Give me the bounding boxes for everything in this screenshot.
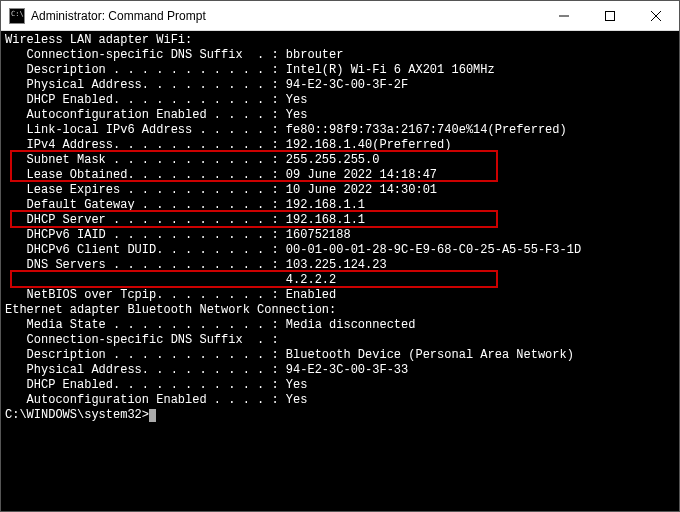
terminal-line: DHCPv6 Client DUID. . . . . . . . : 00-0…: [5, 243, 675, 258]
section-header: Ethernet adapter Bluetooth Network Conne…: [5, 303, 675, 318]
svg-rect-1: [606, 11, 615, 20]
titlebar[interactable]: Administrator: Command Prompt: [1, 1, 679, 31]
terminal-line: DNS Servers . . . . . . . . . . . : 103.…: [5, 258, 675, 273]
section-header: Wireless LAN adapter WiFi:: [5, 33, 675, 48]
terminal-line: DHCP Enabled. . . . . . . . . . . : Yes: [5, 93, 675, 108]
cursor: [149, 409, 156, 422]
prompt-text: C:\WINDOWS\system32>: [5, 408, 149, 423]
terminal-line: Physical Address. . . . . . . . . : 94-E…: [5, 78, 675, 93]
terminal-line: Description . . . . . . . . . . . : Blue…: [5, 348, 675, 363]
terminal-line: Autoconfiguration Enabled . . . . : Yes: [5, 108, 675, 123]
maximize-button[interactable]: [587, 1, 633, 31]
terminal-line: DHCP Enabled. . . . . . . . . . . : Yes: [5, 378, 675, 393]
terminal-line: DHCP Server . . . . . . . . . . . : 192.…: [5, 213, 675, 228]
terminal-line: Subnet Mask . . . . . . . . . . . : 255.…: [5, 153, 675, 168]
terminal-line: Link-local IPv6 Address . . . . . : fe80…: [5, 123, 675, 138]
terminal-line: DHCPv6 IAID . . . . . . . . . . . : 1607…: [5, 228, 675, 243]
minimize-button[interactable]: [541, 1, 587, 31]
terminal-line: Lease Obtained. . . . . . . . . . : 09 J…: [5, 168, 675, 183]
terminal-line: Connection-specific DNS Suffix . :: [5, 333, 675, 348]
terminal-line: IPv4 Address. . . . . . . . . . . : 192.…: [5, 138, 675, 153]
prompt-line[interactable]: C:\WINDOWS\system32>: [5, 408, 675, 423]
terminal-line: Default Gateway . . . . . . . . . : 192.…: [5, 198, 675, 213]
close-button[interactable]: [633, 1, 679, 31]
terminal-line: Physical Address. . . . . . . . . : 94-E…: [5, 363, 675, 378]
terminal-line: Description . . . . . . . . . . . : Inte…: [5, 63, 675, 78]
terminal-output[interactable]: Wireless LAN adapter WiFi: Connection-sp…: [1, 31, 679, 511]
terminal-line: 4.2.2.2: [5, 273, 675, 288]
window-title: Administrator: Command Prompt: [31, 9, 541, 23]
cmd-icon: [9, 8, 25, 24]
command-prompt-window: Administrator: Command Prompt Wireless L…: [0, 0, 680, 512]
terminal-line: NetBIOS over Tcpip. . . . . . . . : Enab…: [5, 288, 675, 303]
terminal-line: Autoconfiguration Enabled . . . . : Yes: [5, 393, 675, 408]
terminal-line: Media State . . . . . . . . . . . : Medi…: [5, 318, 675, 333]
terminal-line: Connection-specific DNS Suffix . : bbrou…: [5, 48, 675, 63]
terminal-line: Lease Expires . . . . . . . . . . : 10 J…: [5, 183, 675, 198]
